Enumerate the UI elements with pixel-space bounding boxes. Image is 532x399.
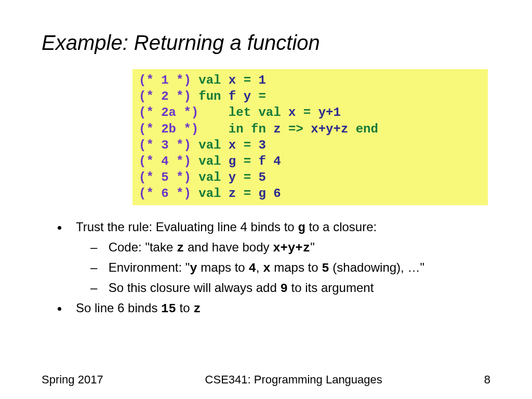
- keyword: val: [191, 73, 229, 87]
- code-inline: y: [190, 261, 197, 275]
- pad: [198, 122, 229, 136]
- identifier: g: [229, 154, 236, 168]
- sub-bullet-list: Code: "take z and have body x+y+z" Envir…: [76, 240, 490, 296]
- keyword-end: end: [348, 122, 378, 136]
- bullet-item: So line 6 binds 15 to z: [69, 301, 490, 316]
- op: =: [236, 154, 258, 168]
- comment: (* 1 *): [139, 73, 191, 87]
- comment: (* 4 *): [139, 154, 191, 168]
- comment: (* 2a *): [139, 105, 198, 119]
- comment: (* 5 *): [139, 170, 191, 184]
- identifier: x: [229, 138, 236, 152]
- keyword: val: [191, 138, 229, 152]
- footer-center: CSE341: Programming Languages: [205, 373, 382, 387]
- op: =: [296, 105, 318, 119]
- value: f 4: [258, 154, 281, 168]
- code-inline: 4: [248, 261, 256, 275]
- keyword: val: [191, 187, 229, 201]
- value: 3: [258, 138, 265, 152]
- identifier: x: [288, 105, 296, 119]
- code-inline: 9: [280, 282, 287, 296]
- footer-left: Spring 2017: [42, 373, 103, 387]
- op: =>: [281, 122, 311, 136]
- bullet-text: ,: [256, 260, 263, 274]
- bullet-text: Trust the rule: Evaluating line 4 binds …: [76, 220, 298, 234]
- bullet-text: maps to: [271, 260, 322, 274]
- code-block: (* 1 *) val x = 1 (* 2 *) fun f y = (* 2…: [132, 69, 488, 205]
- keyword: let val: [229, 105, 288, 119]
- code-inline: x: [263, 261, 270, 275]
- slide-footer: Spring 2017 CSE341: Programming Language…: [42, 373, 490, 387]
- bullet-text: So this closure will always add: [109, 281, 281, 295]
- op: =: [236, 138, 258, 152]
- sub-bullet-item: Environment: "y maps to 4, x maps to 5 (…: [98, 260, 490, 275]
- comment: (* 6 *): [139, 187, 191, 201]
- footer-right: 8: [484, 373, 490, 387]
- op: =: [251, 89, 266, 103]
- op: =: [236, 187, 258, 201]
- comment: (* 2 *): [139, 89, 191, 103]
- bullet-list: Trust the rule: Evaluating line 4 binds …: [42, 220, 490, 316]
- bullet-text: Environment: ": [109, 260, 190, 274]
- value: g 6: [258, 187, 281, 201]
- bullet-item: Trust the rule: Evaluating line 4 binds …: [69, 220, 490, 296]
- code-inline: z: [193, 302, 201, 316]
- code-inline: g: [298, 221, 305, 235]
- sub-bullet-item: So this closure will always add 9 to its…: [98, 281, 490, 296]
- slide-title: Example: Returning a function: [42, 31, 490, 55]
- identifier: f y: [229, 89, 251, 103]
- code-inline: z: [177, 241, 184, 255]
- value: x+y+z: [311, 122, 348, 136]
- comment: (* 2b *): [139, 122, 198, 136]
- bullet-text: to: [176, 301, 193, 315]
- bullet-text: to a closure:: [305, 220, 377, 234]
- op: =: [236, 170, 258, 184]
- identifier: x: [229, 73, 236, 87]
- bullet-text: to its argument: [288, 281, 374, 295]
- keyword: fun: [191, 89, 229, 103]
- value: y+1: [318, 105, 341, 119]
- bullet-text: Code: "take: [109, 240, 177, 254]
- slide: Example: Returning a function (* 1 *) va…: [0, 0, 532, 399]
- keyword: val: [191, 154, 229, 168]
- identifier: z: [229, 187, 236, 201]
- bullet-text: (shadowing), …": [329, 260, 424, 274]
- bullet-text: and have body: [184, 240, 273, 254]
- keyword: val: [191, 170, 229, 184]
- code-inline: 5: [322, 261, 329, 275]
- code-inline: x+y+z: [273, 241, 310, 255]
- keyword: in fn: [229, 122, 273, 136]
- pad: [198, 105, 229, 119]
- bullet-text: maps to: [197, 260, 249, 274]
- identifier: y: [229, 170, 236, 184]
- value: 1: [258, 73, 265, 87]
- comment: (* 3 *): [139, 138, 191, 152]
- code-inline: 15: [161, 302, 176, 316]
- bullet-text: So line 6 binds: [76, 301, 161, 315]
- identifier: z: [273, 122, 281, 136]
- bullet-text: ": [310, 240, 315, 254]
- sub-bullet-item: Code: "take z and have body x+y+z": [98, 240, 490, 255]
- value: 5: [258, 170, 265, 184]
- op: =: [236, 73, 258, 87]
